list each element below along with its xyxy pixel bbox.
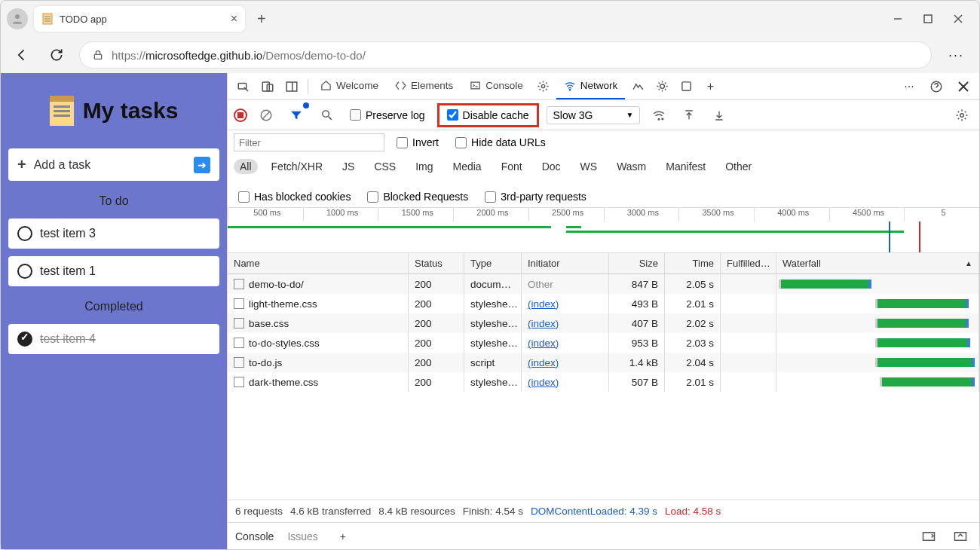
refresh-button[interactable] bbox=[44, 43, 69, 67]
filter-input[interactable] bbox=[234, 133, 384, 151]
network-conditions-button[interactable] bbox=[648, 104, 670, 127]
profile-avatar[interactable] bbox=[7, 8, 28, 29]
checked-icon[interactable] bbox=[17, 332, 32, 347]
clipboard-icon bbox=[50, 96, 74, 126]
initiator-link[interactable]: (index) bbox=[528, 318, 559, 329]
type-filter-ws[interactable]: WS bbox=[574, 159, 604, 174]
tab-elements[interactable]: Elements bbox=[387, 73, 461, 99]
table-row[interactable]: to-do-styles.css200styleshe…(index)953 B… bbox=[228, 333, 979, 353]
network-timeline[interactable]: 500 ms1000 ms1500 ms2000 ms2500 ms3000 m… bbox=[228, 208, 979, 253]
initiator-link[interactable]: (index) bbox=[528, 357, 559, 368]
performance-icon[interactable] bbox=[626, 75, 649, 98]
col-size[interactable]: Size bbox=[609, 253, 665, 273]
close-devtools-button[interactable] bbox=[952, 75, 975, 98]
tab-network[interactable]: Network bbox=[556, 73, 626, 99]
table-row[interactable]: light-theme.css200styleshe…(index)493 B2… bbox=[228, 294, 979, 313]
type-filter-media[interactable]: Media bbox=[447, 159, 488, 174]
type-filter-js[interactable]: JS bbox=[336, 159, 360, 174]
type-filter-doc[interactable]: Doc bbox=[536, 159, 567, 174]
maximize-button[interactable] bbox=[922, 13, 934, 25]
initiator-link[interactable]: (index) bbox=[528, 377, 559, 388]
svg-rect-9 bbox=[94, 54, 101, 59]
memory-icon[interactable] bbox=[651, 75, 673, 98]
titlebar: TODO app × + bbox=[1, 1, 979, 37]
unchecked-icon[interactable] bbox=[17, 226, 32, 241]
tab-close-button[interactable]: × bbox=[231, 12, 237, 26]
network-grid-header: Name Status Type Initiator Size Time Ful… bbox=[228, 253, 979, 274]
record-button[interactable] bbox=[234, 108, 247, 122]
type-filter-all[interactable]: All bbox=[234, 159, 258, 174]
disable-cache-checkbox[interactable]: Disable cache bbox=[443, 108, 534, 123]
todo-item-label: test item 1 bbox=[40, 264, 96, 278]
third-party-checkbox[interactable]: 3rd-party requests bbox=[480, 189, 591, 204]
url-field[interactable]: https://microsoftedge.github.io/Demos/de… bbox=[79, 41, 932, 69]
help-button[interactable] bbox=[925, 75, 948, 98]
type-filter-wasm[interactable]: Wasm bbox=[611, 159, 652, 174]
minimize-button[interactable] bbox=[892, 13, 904, 25]
type-filter-font[interactable]: Font bbox=[495, 159, 528, 174]
back-button[interactable] bbox=[10, 43, 34, 67]
hide-data-urls-checkbox[interactable]: Hide data URLs bbox=[451, 135, 550, 150]
type-filter-css[interactable]: CSS bbox=[368, 159, 402, 174]
network-filter-bar: Invert Hide data URLs AllFetch/XHRJSCSSI… bbox=[228, 130, 979, 208]
throttle-select[interactable]: Slow 3G ▼ bbox=[547, 106, 641, 124]
unchecked-icon[interactable] bbox=[17, 264, 32, 279]
browser-menu-button[interactable]: ··· bbox=[942, 47, 970, 63]
initiator-link[interactable]: (index) bbox=[528, 338, 559, 349]
drawer-issues-tab[interactable]: Issues bbox=[287, 530, 317, 542]
invert-checkbox[interactable]: Invert bbox=[392, 135, 443, 150]
device-emulation-button[interactable] bbox=[256, 75, 279, 98]
col-type[interactable]: Type bbox=[464, 253, 522, 273]
table-row[interactable]: to-do.js200script(index)1.4 kB2.04 s bbox=[228, 353, 979, 372]
svg-rect-6 bbox=[924, 15, 932, 23]
drawer-collapse-button[interactable] bbox=[949, 525, 972, 548]
drawer-expand-button[interactable] bbox=[917, 525, 940, 548]
table-row[interactable]: base.css200styleshe…(index)407 B2.02 s bbox=[228, 313, 979, 333]
more-tabs-button[interactable]: + bbox=[699, 75, 721, 98]
initiator-link[interactable]: (index) bbox=[528, 298, 559, 310]
new-tab-button[interactable]: + bbox=[251, 11, 272, 28]
address-bar: https://microsoftedge.github.io/Demos/de… bbox=[1, 37, 979, 73]
close-window-button[interactable] bbox=[952, 13, 964, 25]
search-button[interactable] bbox=[315, 104, 338, 127]
blocked-requests-checkbox[interactable]: Blocked Requests bbox=[363, 189, 473, 204]
clear-button[interactable] bbox=[255, 104, 277, 127]
col-name[interactable]: Name bbox=[228, 253, 409, 273]
col-initiator[interactable]: Initiator bbox=[522, 253, 609, 273]
preserve-log-checkbox[interactable]: Preserve log bbox=[345, 108, 430, 123]
col-fulfilled[interactable]: Fulfilled… bbox=[721, 253, 776, 273]
add-task-input[interactable]: + Add a task ➜ bbox=[8, 148, 219, 181]
status-requests: 6 requests bbox=[235, 506, 283, 517]
col-time[interactable]: Time bbox=[665, 253, 721, 273]
sources-icon[interactable] bbox=[532, 75, 555, 98]
network-settings-button[interactable] bbox=[951, 104, 973, 127]
browser-tab[interactable]: TODO app × bbox=[34, 6, 245, 32]
app-header: My tasks bbox=[8, 81, 219, 141]
type-filter-manifest[interactable]: Manifest bbox=[660, 159, 712, 174]
inspect-element-button[interactable] bbox=[232, 75, 255, 98]
type-filter-other[interactable]: Other bbox=[719, 159, 758, 174]
col-waterfall[interactable]: Waterfall▲ bbox=[776, 253, 979, 273]
tab-console[interactable]: Console bbox=[462, 73, 531, 99]
network-grid-body[interactable]: demo-to-do/200docum…Other847 B2.05 sligh… bbox=[228, 274, 979, 500]
submit-task-button[interactable]: ➜ bbox=[194, 157, 210, 173]
col-status[interactable]: Status bbox=[409, 253, 464, 273]
drawer-add-tab-button[interactable]: + bbox=[332, 525, 354, 548]
dock-side-button[interactable] bbox=[280, 75, 303, 98]
tab-welcome[interactable]: Welcome bbox=[313, 73, 386, 99]
table-row[interactable]: demo-to-do/200docum…Other847 B2.05 s bbox=[228, 274, 979, 294]
todo-item[interactable]: test item 3 bbox=[8, 218, 219, 249]
drawer-console-tab[interactable]: Console bbox=[235, 530, 274, 542]
application-icon[interactable] bbox=[675, 75, 697, 98]
export-har-button[interactable] bbox=[708, 104, 730, 127]
type-filter-img[interactable]: Img bbox=[409, 159, 439, 174]
network-toolbar: Preserve log Disable cache Slow 3G ▼ bbox=[228, 100, 979, 130]
devtools-menu-button[interactable]: ··· bbox=[898, 75, 920, 98]
table-row[interactable]: dark-theme.css200styleshe…(index)507 B2.… bbox=[228, 372, 979, 392]
type-filter-fetchxhr[interactable]: Fetch/XHR bbox=[265, 159, 329, 174]
blocked-cookies-checkbox[interactable]: Has blocked cookies bbox=[234, 189, 355, 204]
import-har-button[interactable] bbox=[678, 104, 700, 127]
todo-item[interactable]: test item 1 bbox=[8, 256, 219, 286]
completed-item[interactable]: test item 4 bbox=[8, 324, 219, 354]
filter-toggle-button[interactable] bbox=[285, 104, 308, 127]
